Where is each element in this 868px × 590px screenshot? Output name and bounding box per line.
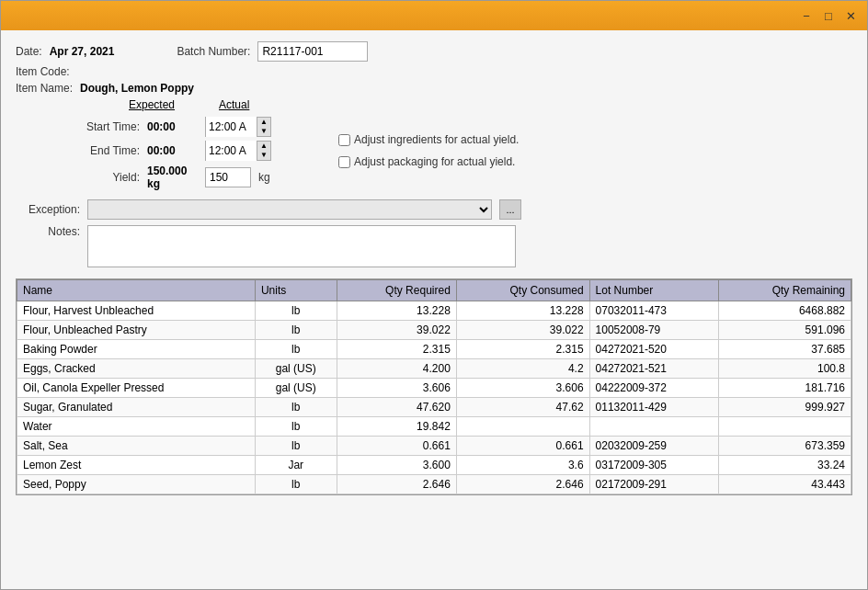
start-time-text[interactable] — [206, 117, 257, 137]
adjust-ingredients-row: Adjust ingredients for actual yield. — [338, 133, 519, 146]
main-window: − □ ✕ Date: Apr 27, 2021 Batch Number: I… — [0, 0, 868, 590]
time-yield-section: Expected Actual Start Time: 00:00 ▲ ▼ — [16, 98, 852, 190]
start-time-actual-input[interactable]: ▲ ▼ — [205, 117, 271, 137]
left-fields: Expected Actual Start Time: 00:00 ▲ ▼ — [71, 98, 302, 190]
cell-units: Jar — [255, 456, 337, 475]
table-row: Salt, Sea lb 0.661 0.661 02032009-259 67… — [17, 437, 851, 456]
cell-units: gal (US) — [255, 359, 337, 379]
cell-lot-number: 02172009-291 — [589, 475, 719, 494]
cell-name: Eggs, Cracked — [17, 359, 256, 379]
cell-lot-number: 07032011-473 — [589, 301, 719, 321]
cell-qty-consumed: 4.2 — [456, 359, 589, 379]
cell-units: lb — [255, 321, 337, 340]
adjust-packaging-label: Adjust packaging for actual yield. — [354, 155, 515, 168]
cell-name: Oil, Canola Expeller Pressed — [17, 379, 256, 398]
end-time-row: End Time: 00:00 ▲ ▼ — [71, 141, 302, 161]
start-time-down[interactable]: ▼ — [257, 127, 270, 136]
cell-lot-number — [589, 417, 719, 437]
end-time-actual-input[interactable]: ▲ ▼ — [205, 141, 271, 161]
start-time-up[interactable]: ▲ — [257, 118, 270, 127]
cell-lot-number: 01132011-429 — [589, 398, 719, 417]
ingredients-table: Name Units Qty Required Qty Consumed Lot… — [17, 279, 851, 494]
adjust-ingredients-checkbox[interactable] — [338, 134, 350, 146]
cell-units: lb — [255, 417, 337, 437]
exception-button[interactable]: ... — [499, 199, 521, 220]
cell-qty-consumed — [456, 417, 589, 437]
exception-select[interactable] — [87, 199, 492, 220]
column-headers: Expected Actual — [71, 98, 302, 111]
cell-qty-consumed: 47.62 — [456, 398, 589, 417]
item-code-label: Item Code: — [16, 65, 70, 78]
yield-unit: kg — [258, 171, 270, 184]
cell-qty-remaining — [719, 417, 851, 437]
notes-textarea[interactable] — [87, 225, 516, 267]
end-time-label: End Time: — [71, 144, 140, 157]
spacer2 — [71, 98, 121, 111]
table-row: Water lb 19.842 — [17, 417, 851, 437]
cell-units: gal (US) — [255, 379, 337, 398]
table-row: Flour, Harvest Unbleached lb 13.228 13.2… — [17, 301, 851, 321]
cell-qty-consumed: 39.022 — [456, 321, 589, 340]
date-value: Apr 27, 2021 — [50, 45, 115, 58]
minimize-button[interactable]: − — [797, 6, 816, 25]
item-name-row: Item Name: Dough, Lemon Poppy — [16, 82, 852, 95]
item-code-row: Item Code: — [16, 65, 852, 78]
content-area: Date: Apr 27, 2021 Batch Number: Item Co… — [1, 30, 867, 589]
start-time-label: Start Time: — [71, 120, 140, 133]
date-label: Date: — [16, 45, 42, 58]
actual-header: Actual — [219, 98, 302, 111]
cell-lot-number: 10052008-79 — [589, 321, 719, 340]
table-row: Flour, Unbleached Pastry lb 39.022 39.02… — [17, 321, 851, 340]
cell-name: Flour, Unbleached Pastry — [17, 321, 256, 340]
cell-qty-consumed: 2.315 — [456, 340, 589, 359]
exception-label: Exception: — [16, 203, 80, 216]
table-row: Seed, Poppy lb 2.646 2.646 02172009-291 … — [17, 475, 851, 494]
col-units: Units — [255, 280, 337, 301]
col-qty-required: Qty Required — [337, 280, 456, 301]
cell-units: lb — [255, 475, 337, 494]
yield-row: Yield: 150.000 kg kg — [71, 165, 302, 190]
cell-qty-consumed: 3.6 — [456, 456, 589, 475]
col-qty-remaining: Qty Remaining — [719, 280, 851, 301]
table-row: Lemon Zest Jar 3.600 3.6 03172009-305 33… — [17, 456, 851, 475]
batch-number-input[interactable] — [257, 41, 368, 62]
maximize-button[interactable]: □ — [819, 6, 838, 25]
cell-name: Salt, Sea — [17, 437, 256, 456]
table-row: Eggs, Cracked gal (US) 4.200 4.2 0427202… — [17, 359, 851, 379]
col-qty-consumed: Qty Consumed — [456, 280, 589, 301]
cell-qty-consumed: 2.646 — [456, 475, 589, 494]
close-button[interactable]: ✕ — [841, 6, 860, 25]
end-time-text[interactable] — [206, 141, 257, 161]
cell-qty-remaining: 591.096 — [719, 321, 851, 340]
cell-qty-remaining: 43.443 — [719, 475, 851, 494]
end-time-spinners: ▲ ▼ — [257, 142, 270, 160]
cell-qty-remaining: 673.359 — [719, 437, 851, 456]
start-time-expected: 00:00 — [147, 120, 198, 133]
adjust-packaging-checkbox[interactable] — [338, 156, 350, 168]
cell-name: Flour, Harvest Unbleached — [17, 301, 256, 321]
batch-number-label: Batch Number: — [177, 45, 250, 58]
end-time-down[interactable]: ▼ — [257, 151, 270, 160]
adjust-ingredients-label: Adjust ingredients for actual yield. — [354, 133, 519, 146]
cell-qty-remaining: 100.8 — [719, 359, 851, 379]
end-time-up[interactable]: ▲ — [257, 142, 270, 151]
yield-label: Yield: — [71, 171, 140, 184]
table-header-row: Name Units Qty Required Qty Consumed Lot… — [17, 280, 851, 301]
cell-qty-remaining: 33.24 — [719, 456, 851, 475]
cell-qty-required: 0.661 — [337, 437, 456, 456]
cell-qty-required: 3.600 — [337, 456, 456, 475]
cell-qty-required: 3.606 — [337, 379, 456, 398]
yield-actual-input[interactable] — [205, 167, 251, 187]
cell-qty-required: 13.228 — [337, 301, 456, 321]
cell-name: Sugar, Granulated — [17, 398, 256, 417]
cell-name: Baking Powder — [17, 340, 256, 359]
checkbox-section: Adjust ingredients for actual yield. Adj… — [338, 133, 519, 172]
end-time-expected: 00:00 — [147, 144, 198, 157]
table-body: Flour, Harvest Unbleached lb 13.228 13.2… — [17, 301, 851, 494]
cell-qty-consumed: 0.661 — [456, 437, 589, 456]
cell-qty-required: 39.022 — [337, 321, 456, 340]
cell-lot-number: 02032009-259 — [589, 437, 719, 456]
cell-qty-remaining: 6468.882 — [719, 301, 851, 321]
cell-qty-required: 2.646 — [337, 475, 456, 494]
notes-row: Notes: — [16, 225, 852, 267]
